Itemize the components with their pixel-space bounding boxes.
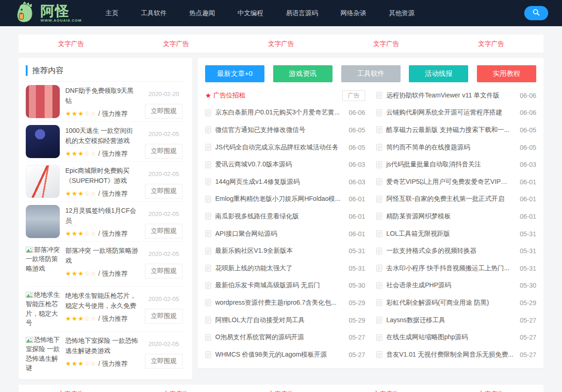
article-title[interactable]: 爱讯云商城V0.7.0版本源码 bbox=[215, 160, 342, 169]
recommended-item[interactable]: 1000天逃生 一款空间街机的太空模拟经营游戏 ★★★☆☆ / 强力推荐 202… bbox=[26, 122, 185, 162]
article-row[interactable]: Laysns数据迁移工具 05-27 bbox=[376, 312, 536, 329]
view-now-button[interactable]: 立即围观 bbox=[145, 264, 183, 278]
text-ad-link[interactable]: 文字广告 bbox=[478, 390, 504, 392]
article-title[interactable]: Laysns数据迁移工具 bbox=[386, 316, 513, 324]
nav-item[interactable]: 网络杂谈 bbox=[341, 9, 367, 17]
article-row[interactable]: 酷享磁力云最新版 支持磁力搜索下载和一... 06-05 bbox=[376, 121, 536, 139]
ad-slot-label[interactable]: 广告位招租 bbox=[213, 91, 336, 100]
text-ad-link[interactable]: 文字广告 bbox=[268, 390, 294, 392]
article-row[interactable]: 爱奇艺VIP5以上用户可免费发爱奇艺VIP红包 06-01 bbox=[376, 173, 536, 191]
recommended-item-title[interactable]: 恐怖地下室探险 一款恐怖逃生解谜类游戏 bbox=[65, 336, 138, 356]
nav-item[interactable]: 主页 bbox=[106, 9, 119, 17]
recommended-item[interactable]: 恐怖地下室探险 一款恐怖逃生解谜 恐怖地下室探险 一款恐怖逃生解谜类游戏 ★★★… bbox=[26, 332, 185, 376]
article-title[interactable]: 一款支持格式众多的视频转换器 bbox=[386, 247, 513, 255]
article-row[interactable]: 南瓜影视多线路任意看绿化版 06-01 bbox=[205, 208, 365, 225]
recommended-item-title[interactable]: DNF助手免费领取9天黑钻 bbox=[65, 86, 138, 106]
article-title[interactable]: 爱奇艺VIP5以上用户可免费发爱奇艺VIP红包 bbox=[386, 178, 513, 186]
article-title[interactable]: 144g网页生成v1.4修复版源码 bbox=[215, 178, 342, 186]
recommended-item-title[interactable]: 1000天逃生 一款空间街机的太空模拟经营游戏 bbox=[65, 126, 138, 146]
article-title[interactable]: 阿怪互联-自家的免费主机第一批正式开启 bbox=[386, 195, 513, 203]
category-button[interactable]: 游戏资讯 bbox=[273, 65, 333, 82]
view-now-button[interactable]: 立即围观 bbox=[145, 354, 183, 369]
recommended-item[interactable]: 12月灵狐签约领1月CF会员 ★★★☆☆ / 强力推荐 2020-02-05 立… bbox=[26, 202, 185, 242]
article-title[interactable]: 最新伯乐发卡商城高级版源码 无后门 bbox=[215, 281, 342, 290]
view-now-button[interactable]: 立即围观 bbox=[145, 224, 183, 239]
view-now-button[interactable]: 立即围观 bbox=[145, 309, 183, 324]
article-row[interactable]: LOL工具箱无限视距版 05-31 bbox=[376, 225, 536, 243]
article-row[interactable]: wordpress资源付费主题ripro6.7含美化包... 05-29 bbox=[205, 294, 365, 312]
article-row[interactable]: API接口聚合网站源码 06-01 bbox=[205, 225, 365, 243]
article-title[interactable]: Emlog重构精仿老版小刀娱乐网HFoldao模... bbox=[215, 195, 342, 203]
article-row[interactable]: 云铺购代刷网系统全开源可运营程序搭建 06-06 bbox=[376, 104, 536, 122]
search-button[interactable] bbox=[524, 6, 548, 20]
recommended-item-title[interactable]: 绝地求生智能压枪芯片，稳定大号使用，永久免费 bbox=[65, 291, 138, 311]
site-logo[interactable]: 阿怪 WWW.AGUAI8.COM bbox=[14, 1, 82, 25]
category-button[interactable]: 工具软件 bbox=[341, 65, 401, 82]
recommended-item[interactable]: Epic商城限时免费购买《SUPERHOT》游戏 ★★★☆☆ / 强力推荐 20… bbox=[26, 162, 185, 202]
article-row[interactable]: 最新伯乐发卡商城高级版源码 无后门 05-30 bbox=[205, 277, 365, 295]
article-title[interactable]: 酷享磁力云最新版 支持磁力搜索下载和一... bbox=[386, 126, 513, 134]
article-title[interactable]: 南瓜影视多线路任意看绿化版 bbox=[215, 212, 342, 221]
text-ad-link[interactable]: 文字广告 bbox=[268, 40, 294, 47]
article-row[interactable]: O泡易支付系统官网的源码开源 05-27 bbox=[205, 329, 365, 346]
article-row[interactable]: WHMCS 价值98美元的Lagom模板开源 05-27 bbox=[205, 346, 365, 364]
article-title[interactable]: 远程协助软件TeamViewer v11 单文件版 bbox=[386, 91, 513, 100]
article-row[interactable]: 远程协助软件TeamViewer v11 单文件版 06-06 bbox=[376, 87, 536, 104]
article-row[interactable]: 144g网页生成v1.4修复版源码 06-03 bbox=[205, 173, 365, 191]
ad-slot-row[interactable]: ★ 广告位招租 广告 bbox=[205, 87, 365, 104]
article-title[interactable]: O泡易支付系统官网的源码开源 bbox=[215, 333, 342, 341]
article-row[interactable]: 简约而不简单的在线搜题源码 06-05 bbox=[376, 139, 536, 156]
article-title[interactable]: wordpress资源付费主题ripro6.7含美化包... bbox=[215, 299, 342, 307]
article-row[interactable]: 最新乐购社区V1.9全新版本 05-31 bbox=[205, 242, 365, 260]
article-title[interactable]: 微信官方通知已支持修改微信号 bbox=[215, 126, 342, 134]
view-now-button[interactable]: 立即围观 bbox=[145, 184, 183, 199]
article-thumbnail[interactable] bbox=[26, 85, 60, 118]
article-title[interactable]: API接口聚合网站源码 bbox=[215, 230, 342, 238]
article-row[interactable]: 爱讯云商城V0.7.0版本源码 06-03 bbox=[205, 156, 365, 173]
article-row[interactable]: 微信官方通知已支持修改微信号 06-05 bbox=[205, 121, 365, 139]
article-title[interactable]: WHMCS 价值98美元的Lagom模板开源 bbox=[215, 351, 342, 359]
recommended-item[interactable]: DNF助手免费领取9天黑钻 ★★★☆☆ / 强力推荐 2020-02-20 立即… bbox=[26, 82, 185, 122]
article-row[interactable]: 精防某资源网织梦模板 06-01 bbox=[376, 208, 536, 225]
nav-item[interactable]: 易语言源码 bbox=[286, 9, 318, 17]
article-row[interactable]: Emlog重构精仿老版小刀娱乐网HFoldao模... 06-01 bbox=[205, 191, 365, 208]
text-ad-link[interactable]: 文字广告 bbox=[163, 40, 189, 47]
text-ad-link[interactable]: 文字广告 bbox=[58, 40, 84, 47]
article-title[interactable]: 花呗新上线的功能太强大了 bbox=[215, 264, 342, 273]
nav-item[interactable]: 热点趣闻 bbox=[189, 9, 215, 17]
recommended-item-title[interactable]: 部落冲突 一款塔防策略游戏 bbox=[65, 246, 138, 266]
article-title[interactable]: 京东白条新用户0.01元购买3个月爱奇艺黄... bbox=[215, 108, 342, 117]
category-button[interactable]: 活动线报 bbox=[409, 65, 468, 82]
recommended-item-title[interactable]: 12月灵狐签约领1月CF会员 bbox=[65, 206, 138, 226]
nav-item[interactable]: 中文编程 bbox=[238, 9, 264, 17]
category-button[interactable]: 最新文章+0 bbox=[205, 65, 264, 82]
view-now-button[interactable]: 立即围观 bbox=[145, 104, 183, 119]
article-title[interactable]: 在线生成网站缩略图php源码 bbox=[386, 333, 513, 341]
article-title[interactable]: 去水印小程序 快手抖音视频搬运工上热门... bbox=[386, 264, 513, 273]
text-ad-link[interactable]: 文字广告 bbox=[373, 40, 399, 47]
nav-item[interactable]: 工具软件 bbox=[141, 9, 167, 17]
recommended-item-title[interactable]: Epic商城限时免费购买《SUPERHOT》游戏 bbox=[65, 166, 138, 186]
nav-item[interactable]: 其他资源 bbox=[389, 9, 415, 17]
article-title[interactable]: 最新乐购社区V1.9全新版本 bbox=[215, 247, 342, 255]
article-title[interactable]: 云铺购代刷网系统全开源可运营程序搭建 bbox=[386, 108, 513, 117]
article-title[interactable]: 精防某资源网织梦模板 bbox=[386, 212, 513, 221]
article-thumbnail[interactable] bbox=[26, 165, 60, 198]
article-title[interactable]: js代码批量批量自动取消抖音关注 bbox=[386, 160, 513, 169]
article-thumbnail[interactable]: 恐怖地下室探险 一款恐怖逃生解谜 bbox=[26, 335, 60, 374]
text-ad-link[interactable]: 文字广告 bbox=[163, 390, 189, 392]
article-title[interactable]: 音友V1.01 无视付费限制全网音乐无损免费... bbox=[386, 351, 513, 359]
article-title[interactable]: 彩虹代刷全解源码(可商业用途 防黑) bbox=[386, 299, 513, 307]
category-button[interactable]: 实用教程 bbox=[477, 65, 536, 82]
recommended-item[interactable]: 部落冲突 一款塔防策略游戏 部落冲突 一款塔防策略游戏 ★★★☆☆ / 强力推荐… bbox=[26, 242, 185, 287]
article-row[interactable]: 在线生成网站缩略图php源码 05-27 bbox=[376, 329, 536, 346]
article-row[interactable]: 花呗新上线的功能太强大了 05-31 bbox=[205, 260, 365, 277]
text-ad-link[interactable]: 文字广告 bbox=[58, 390, 84, 392]
article-thumbnail[interactable] bbox=[26, 205, 60, 238]
view-now-button[interactable]: 立即围观 bbox=[145, 144, 183, 159]
article-row[interactable]: JS代码全自动完成京东品牌狂欢城活动任务 06-05 bbox=[205, 139, 365, 156]
article-title[interactable]: 社会语录生成PHP源码 bbox=[386, 281, 513, 290]
article-thumbnail[interactable]: 绝地求生智能压枪芯片，稳定大号 bbox=[26, 290, 60, 329]
text-ad-link[interactable]: 文字广告 bbox=[373, 390, 399, 392]
recommended-item[interactable]: 绝地求生智能压枪芯片，稳定大号 绝地求生智能压枪芯片，稳定大号使用，永久免费 ★… bbox=[26, 287, 185, 332]
